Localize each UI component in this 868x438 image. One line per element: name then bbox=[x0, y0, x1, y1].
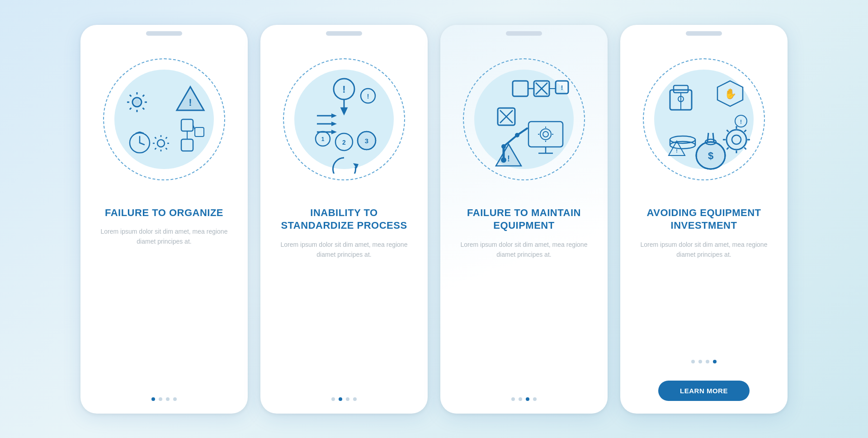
svg-line-8 bbox=[130, 108, 132, 109]
phone-card-4: ✋ $ bbox=[620, 25, 788, 414]
svg-point-10 bbox=[157, 140, 165, 147]
card-1-body: Lorem ipsum dolor sit dim amet, mea regi… bbox=[80, 226, 248, 247]
card-4-dots bbox=[691, 360, 717, 363]
svg-point-75 bbox=[540, 129, 551, 140]
svg-line-17 bbox=[155, 148, 156, 149]
card-3-dots bbox=[511, 397, 537, 401]
svg-line-104 bbox=[744, 147, 746, 149]
dot-4-2[interactable] bbox=[698, 360, 702, 363]
dot-3-1[interactable] bbox=[511, 397, 515, 401]
svg-rect-52 bbox=[513, 81, 528, 96]
svg-line-9 bbox=[143, 94, 145, 96]
card-4-bottom: LEARN MORE bbox=[620, 360, 788, 414]
card-2-bottom bbox=[260, 397, 428, 414]
svg-line-18 bbox=[166, 137, 167, 138]
svg-text:!: ! bbox=[507, 154, 510, 163]
card-1-title: FAILURE TO ORGANIZE bbox=[91, 207, 237, 220]
svg-line-7 bbox=[143, 108, 145, 109]
dot-3-3[interactable] bbox=[526, 397, 529, 401]
svg-text:2: 2 bbox=[342, 139, 346, 146]
card-1-icon: ! bbox=[110, 65, 218, 174]
svg-rect-28 bbox=[181, 139, 193, 151]
cards-container: ! FAILURE T bbox=[62, 7, 806, 432]
card-3-bottom bbox=[440, 397, 608, 414]
svg-line-93 bbox=[708, 133, 708, 142]
svg-line-106 bbox=[744, 130, 746, 132]
svg-rect-27 bbox=[181, 119, 193, 131]
dot-1-4[interactable] bbox=[173, 397, 177, 401]
svg-rect-72 bbox=[528, 122, 563, 147]
dot-1-3[interactable] bbox=[166, 397, 170, 401]
svg-marker-41 bbox=[331, 130, 337, 134]
card-2-title: INABILITY TO STANDARDIZE PROCESS bbox=[260, 207, 428, 232]
svg-marker-35 bbox=[341, 108, 347, 114]
icon-area-1: ! bbox=[80, 36, 248, 203]
card-4-body: Lorem ipsum dolor sit dim amet, mea regi… bbox=[620, 240, 788, 260]
dot-2-2[interactable] bbox=[339, 397, 342, 401]
svg-text:!: ! bbox=[367, 93, 369, 100]
svg-line-94 bbox=[713, 133, 714, 142]
svg-line-16 bbox=[166, 148, 167, 149]
dot-2-4[interactable] bbox=[353, 397, 357, 401]
svg-text:$: $ bbox=[708, 150, 713, 161]
svg-line-24 bbox=[140, 143, 144, 145]
card-1-bottom bbox=[80, 397, 248, 414]
icon-area-2: ! bbox=[260, 36, 428, 203]
phone-notch-4 bbox=[686, 31, 722, 36]
icon-area-4: ✋ $ bbox=[620, 36, 788, 203]
svg-text:1: 1 bbox=[321, 136, 325, 142]
card-4-title: AVOIDING EQUIPMENT INVESTMENT bbox=[620, 207, 788, 232]
card-3-title: FAILURE TO MAINTAIN EQUIPMENT bbox=[440, 207, 608, 232]
svg-text:!: ! bbox=[676, 148, 678, 154]
dot-1-1[interactable] bbox=[151, 397, 155, 401]
svg-rect-82 bbox=[674, 85, 688, 93]
svg-point-68 bbox=[515, 133, 519, 137]
dot-3-2[interactable] bbox=[519, 397, 522, 401]
svg-point-76 bbox=[543, 132, 548, 137]
svg-line-6 bbox=[130, 94, 132, 96]
svg-point-1 bbox=[134, 99, 140, 105]
phone-card-2: ! bbox=[260, 25, 428, 414]
dot-1-2[interactable] bbox=[159, 397, 162, 401]
card-2-icon: ! bbox=[290, 65, 398, 174]
svg-text:!: ! bbox=[189, 97, 192, 108]
svg-text:!: ! bbox=[342, 84, 345, 95]
icon-area-3: ! bbox=[440, 36, 608, 203]
svg-marker-37 bbox=[331, 113, 337, 118]
svg-text:!: ! bbox=[740, 119, 742, 125]
svg-text:3: 3 bbox=[365, 137, 368, 145]
phone-notch-2 bbox=[326, 31, 362, 36]
card-2-dots bbox=[331, 397, 357, 401]
dot-2-1[interactable] bbox=[331, 397, 335, 401]
svg-text:!: ! bbox=[561, 84, 563, 91]
svg-rect-30 bbox=[195, 127, 204, 137]
card-2-body: Lorem ipsum dolor sit dim amet, mea regi… bbox=[260, 240, 428, 260]
svg-line-15 bbox=[155, 137, 156, 138]
card-3-icon: ! bbox=[470, 65, 578, 174]
phone-notch-1 bbox=[146, 31, 182, 36]
phone-notch-3 bbox=[506, 31, 542, 36]
dot-4-1[interactable] bbox=[691, 360, 695, 363]
card-3-body: Lorem ipsum dolor sit dim amet, mea regi… bbox=[440, 240, 608, 260]
svg-marker-39 bbox=[331, 122, 337, 126]
svg-text:✋: ✋ bbox=[724, 88, 737, 100]
svg-point-98 bbox=[732, 135, 741, 144]
phone-card-1: ! FAILURE T bbox=[80, 25, 248, 414]
svg-line-103 bbox=[727, 130, 729, 132]
svg-line-64 bbox=[504, 135, 517, 146]
learn-more-button[interactable]: LEARN MORE bbox=[658, 381, 750, 401]
svg-point-90 bbox=[670, 141, 695, 149]
card-4-icon: ✋ $ bbox=[650, 65, 758, 174]
svg-point-97 bbox=[726, 130, 746, 150]
dot-4-3[interactable] bbox=[706, 360, 709, 363]
svg-line-105 bbox=[727, 147, 729, 149]
phone-card-3: ! bbox=[440, 25, 608, 414]
card-1-dots bbox=[151, 397, 177, 401]
dot-2-3[interactable] bbox=[346, 397, 349, 401]
svg-point-67 bbox=[501, 144, 506, 149]
dot-3-4[interactable] bbox=[533, 397, 537, 401]
dot-4-4[interactable] bbox=[713, 360, 717, 363]
